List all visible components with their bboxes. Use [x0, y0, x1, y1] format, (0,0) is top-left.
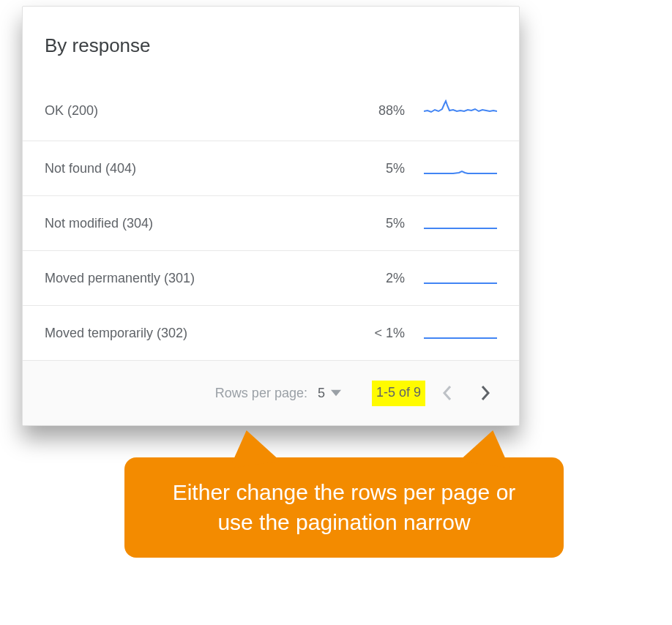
- row-value: 88%: [346, 103, 405, 119]
- prev-page-button[interactable]: [431, 377, 463, 409]
- table-row[interactable]: Not modified (304) 5%: [23, 195, 519, 250]
- sparkline: [424, 212, 497, 234]
- card-title: By response: [45, 34, 497, 57]
- pagination-range: 1-5 of 9: [372, 381, 425, 406]
- sparkline: [424, 267, 497, 289]
- rows-per-page-label: Rows per page:: [215, 386, 307, 401]
- rows-per-page-value[interactable]: 5: [318, 386, 325, 401]
- table-row[interactable]: Moved permanently (301) 2%: [23, 250, 519, 305]
- row-label: Moved temporarily (302): [45, 326, 346, 341]
- row-label: OK (200): [45, 103, 346, 119]
- dropdown-icon[interactable]: [331, 388, 341, 398]
- row-value: < 1%: [346, 326, 405, 341]
- pagination-bar: Rows per page: 5 1-5 of 9: [23, 360, 519, 425]
- chevron-left-icon: [442, 385, 452, 401]
- callout-arrow-icon: [459, 426, 515, 468]
- callout-arrow-icon: [225, 426, 280, 468]
- row-value: 5%: [346, 216, 405, 231]
- next-page-button[interactable]: [469, 377, 501, 409]
- callout-text: Either change the rows per page or use t…: [173, 480, 516, 534]
- row-value: 2%: [346, 271, 405, 286]
- sparkline: [424, 157, 497, 179]
- card-header: By response: [23, 7, 519, 78]
- row-label: Not modified (304): [45, 216, 346, 231]
- annotation-callout: Either change the rows per page or use t…: [124, 457, 564, 558]
- table-row[interactable]: Moved temporarily (302) < 1%: [23, 305, 519, 360]
- table-row[interactable]: OK (200) 88%: [23, 78, 519, 141]
- response-card: By response OK (200) 88% Not found (404)…: [22, 6, 520, 426]
- row-label: Not found (404): [45, 161, 346, 176]
- row-value: 5%: [346, 161, 405, 176]
- table-row[interactable]: Not found (404) 5%: [23, 141, 519, 195]
- sparkline: [424, 322, 497, 344]
- sparkline: [424, 100, 497, 121]
- chevron-right-icon: [480, 385, 490, 401]
- row-label: Moved permanently (301): [45, 271, 346, 286]
- response-table: OK (200) 88% Not found (404) 5% Not modi…: [23, 78, 519, 360]
